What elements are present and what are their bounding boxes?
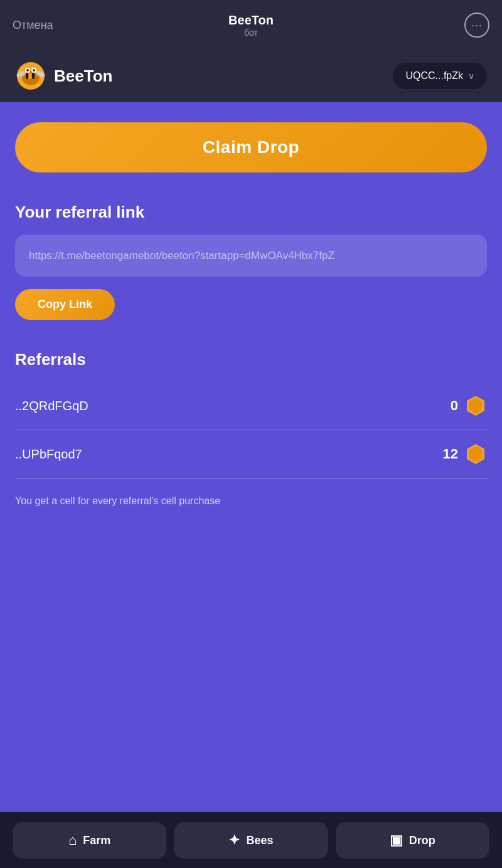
- referrals-section: Referrals ..2QRdFGqD 0 ..UPbFqod7 12: [15, 350, 487, 479]
- bottom-nav: ⌂ Farm ✦ Bees ▣ Drop: [0, 812, 502, 868]
- referral-count-1: 0: [451, 398, 458, 414]
- cancel-button[interactable]: Отмена: [13, 19, 53, 32]
- referral-value-1: 0: [451, 394, 487, 417]
- svg-rect-4: [32, 73, 35, 79]
- copy-link-button[interactable]: Copy Link: [15, 289, 115, 320]
- referral-link-title: Your referral link: [15, 203, 487, 222]
- svg-rect-3: [29, 73, 31, 79]
- menu-button[interactable]: ···: [464, 13, 489, 38]
- drop-label: Drop: [409, 834, 435, 847]
- table-row: ..2QRdFGqD 0: [15, 382, 487, 430]
- farm-label: Farm: [83, 834, 110, 847]
- wallet-button[interactable]: UQCC...fpZk ∨: [393, 63, 487, 89]
- drop-nav-button[interactable]: ▣ Drop: [336, 822, 489, 859]
- referral-value-2: 12: [443, 443, 487, 465]
- top-bar: Отмена BeeTon бот ···: [0, 0, 502, 50]
- chevron-down-icon: ∨: [468, 71, 474, 81]
- referral-name-2: ..UPbFqod7: [15, 447, 82, 462]
- hex-coin-icon-1: [464, 394, 487, 417]
- bees-label: Bees: [246, 834, 273, 847]
- info-text: You get a cell for every referral's cell…: [15, 494, 487, 509]
- svg-point-8: [33, 69, 35, 71]
- bees-icon: ✦: [228, 832, 240, 849]
- claim-drop-button[interactable]: Claim Drop: [15, 122, 487, 172]
- referral-name-1: ..2QRdFGqD: [15, 399, 88, 413]
- drop-icon: ▣: [390, 832, 403, 849]
- referral-link-box: https://t.me/beetongamebot/beeton?starta…: [15, 235, 487, 277]
- bee-logo-icon: [15, 60, 46, 92]
- farm-icon: ⌂: [68, 832, 77, 849]
- bees-nav-button[interactable]: ✦ Bees: [174, 822, 328, 859]
- top-bar-subtitle: бот: [228, 28, 274, 38]
- top-bar-center: BeeTon бот: [228, 13, 274, 38]
- main-content: Claim Drop Your referral link https://t.…: [0, 102, 502, 812]
- wallet-address: UQCC...fpZk: [405, 70, 463, 82]
- app-header: BeeTon UQCC...fpZk ∨: [0, 50, 502, 102]
- farm-nav-button[interactable]: ⌂ Farm: [13, 822, 166, 859]
- referral-link-text: https://t.me/beetongamebot/beeton?starta…: [29, 250, 334, 262]
- hex-coin-icon-2: [464, 443, 487, 465]
- referral-count-2: 12: [443, 446, 458, 462]
- content-spacer: [15, 509, 487, 684]
- svg-rect-2: [26, 73, 28, 79]
- table-row: ..UPbFqod7 12: [15, 430, 487, 479]
- svg-point-7: [26, 69, 29, 71]
- app-brand: BeeTon: [15, 60, 112, 92]
- referrals-title: Referrals: [15, 350, 487, 369]
- top-bar-title: BeeTon: [228, 13, 274, 28]
- app-name-label: BeeTon: [54, 66, 112, 86]
